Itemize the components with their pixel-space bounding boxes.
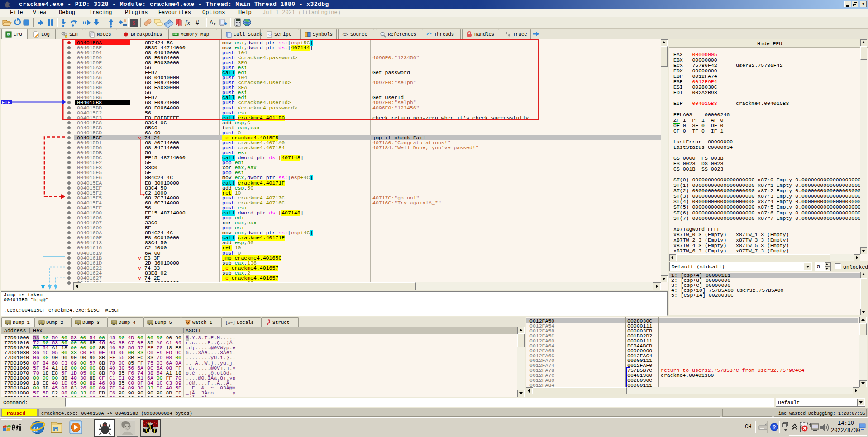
svg-text:32: 32 [7,33,10,37]
svg-text:?: ? [773,424,776,431]
svg-text:A: A [210,19,213,26]
svg-text:[x=]: [x=] [225,321,235,325]
svg-text:S: S [132,19,135,26]
svg-text:<>: <> [343,33,348,38]
svg-text:z: z [214,22,216,26]
svg-text:EIP: EIP [2,100,10,105]
svg-text:32: 32 [102,423,107,427]
svg-text:fx: fx [185,19,190,26]
svg-text:<>: <> [267,33,272,37]
svg-text:#: # [196,19,199,26]
